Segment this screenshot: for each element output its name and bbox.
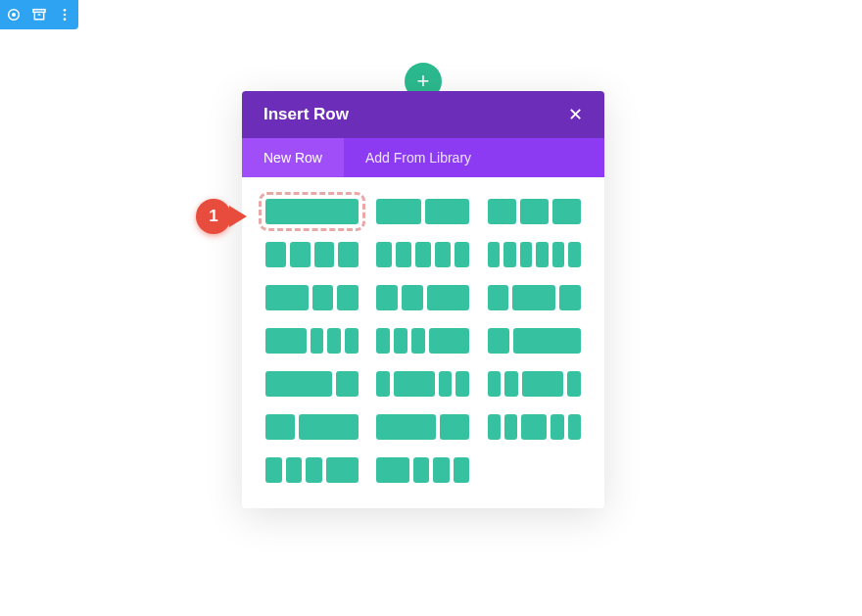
- layout-col: [413, 457, 430, 483]
- layout-col: [299, 414, 359, 440]
- modal-header: Insert Row ✕: [242, 91, 604, 138]
- layout-option-7[interactable]: [376, 285, 469, 310]
- layout-col: [520, 242, 533, 267]
- layout-col: [488, 242, 501, 267]
- layout-col: [376, 199, 421, 224]
- layout-option-12[interactable]: [265, 371, 359, 397]
- layout-col: [429, 328, 470, 354]
- layout-col: [376, 457, 408, 483]
- more-vertical-icon[interactable]: [57, 7, 72, 23]
- layout-option-19[interactable]: [376, 457, 469, 483]
- layout-col: [439, 371, 453, 397]
- layout-col: [440, 414, 469, 440]
- layout-col: [551, 414, 563, 440]
- layout-col: [513, 328, 580, 354]
- layout-col: [402, 285, 423, 310]
- layout-option-5[interactable]: [488, 242, 581, 267]
- layout-col: [520, 199, 549, 224]
- layout-option-8[interactable]: [488, 285, 581, 310]
- layout-col: [396, 242, 411, 267]
- close-icon[interactable]: ✕: [568, 106, 583, 123]
- layout-option-3[interactable]: [265, 242, 359, 267]
- svg-point-3: [64, 9, 67, 12]
- layout-col: [265, 328, 307, 354]
- layout-col: [522, 371, 563, 397]
- layout-col: [504, 371, 518, 397]
- modal-tabs: New Row Add From Library: [242, 138, 604, 177]
- layout-col: [455, 242, 470, 267]
- svg-point-4: [64, 14, 67, 17]
- layout-option-11[interactable]: [488, 328, 581, 354]
- insert-row-modal: Insert Row ✕ New Row Add From Library: [242, 91, 604, 508]
- layout-col: [338, 242, 359, 267]
- layout-option-18[interactable]: [265, 457, 359, 483]
- layout-col: [376, 414, 436, 440]
- layout-col: [394, 328, 407, 354]
- layout-option-9[interactable]: [265, 328, 359, 354]
- layout-col: [454, 457, 470, 483]
- layout-col: [394, 371, 435, 397]
- layout-option-10[interactable]: [376, 328, 469, 354]
- target-icon[interactable]: [6, 7, 22, 23]
- layout-option-16[interactable]: [376, 414, 469, 440]
- layout-col: [536, 242, 549, 267]
- layout-col: [286, 457, 303, 483]
- layout-col: [521, 414, 547, 440]
- layout-option-17[interactable]: [488, 414, 581, 440]
- callout-pointer-icon: [229, 206, 247, 227]
- layout-col: [488, 328, 510, 354]
- layout-option-6[interactable]: [265, 285, 359, 310]
- layout-col: [326, 457, 359, 483]
- layout-option-2[interactable]: [488, 199, 581, 224]
- layout-col: [512, 285, 555, 310]
- layout-col: [312, 285, 334, 310]
- layout-col: [455, 371, 469, 397]
- callout-number: 1: [209, 207, 217, 226]
- layout-col: [504, 414, 517, 440]
- callout-badge: 1: [196, 199, 231, 234]
- layout-col: [265, 371, 332, 397]
- svg-point-5: [64, 18, 67, 21]
- layout-col: [567, 371, 581, 397]
- layout-option-1[interactable]: [376, 199, 469, 224]
- layout-col: [376, 328, 390, 354]
- layout-col: [411, 328, 425, 354]
- svg-point-1: [13, 14, 16, 17]
- layout-col: [435, 242, 451, 267]
- modal-title: Insert Row: [263, 105, 349, 124]
- tab-add-from-library[interactable]: Add From Library: [344, 138, 493, 177]
- layout-col: [415, 242, 431, 267]
- layout-col: [306, 457, 322, 483]
- layout-col: [559, 285, 581, 310]
- layout-col: [336, 371, 359, 397]
- layout-col: [433, 457, 450, 483]
- layout-col: [314, 242, 335, 267]
- layout-col: [568, 414, 581, 440]
- layout-col: [265, 414, 295, 440]
- svg-rect-2: [33, 10, 45, 13]
- layout-col: [327, 328, 341, 354]
- layout-col: [552, 199, 581, 224]
- layout-col: [488, 285, 509, 310]
- section-toolbar: [0, 0, 78, 29]
- layout-option-15[interactable]: [265, 414, 359, 440]
- archive-icon[interactable]: [31, 7, 47, 23]
- layout-option-0[interactable]: [265, 199, 359, 224]
- layout-col: [488, 199, 516, 224]
- layout-col: [311, 328, 324, 354]
- layout-col: [503, 242, 516, 267]
- tab-new-row[interactable]: New Row: [242, 138, 344, 177]
- layout-col: [376, 242, 392, 267]
- layout-col: [552, 242, 565, 267]
- layout-option-14[interactable]: [488, 371, 581, 397]
- layout-option-13[interactable]: [376, 371, 469, 397]
- layout-col: [290, 242, 311, 267]
- layout-col: [568, 242, 581, 267]
- layout-option-4[interactable]: [376, 242, 469, 267]
- layout-col: [376, 371, 390, 397]
- layout-col: [345, 328, 359, 354]
- layout-col: [337, 285, 359, 310]
- layout-col: [265, 199, 359, 224]
- callout-marker: 1: [196, 199, 247, 234]
- layout-col: [265, 457, 282, 483]
